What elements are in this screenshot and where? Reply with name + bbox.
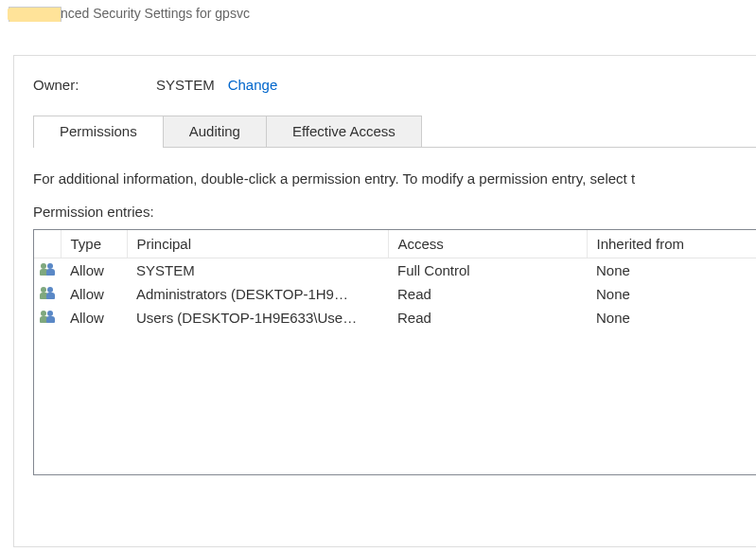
owner-value: SYSTEM	[156, 77, 215, 93]
window-title: Advanced Security Settings for gpsvc	[30, 6, 250, 21]
table-row[interactable]: AllowSYSTEMFull ControlNone	[34, 258, 756, 283]
cell-access: Full Control	[388, 258, 587, 283]
cell-type: Allow	[61, 258, 127, 283]
tabs: Permissions Auditing Effective Access	[33, 116, 756, 147]
main-panel: Owner: SYSTEM Change Permissions Auditin…	[13, 55, 756, 547]
table-row[interactable]: AllowUsers (DESKTOP-1H9E633\Use…ReadNone	[34, 306, 756, 329]
cell-principal: Users (DESKTOP-1H9E633\Use…	[127, 306, 388, 329]
users-group-icon	[34, 282, 61, 306]
users-group-icon	[34, 258, 61, 283]
tab-auditing[interactable]: Auditing	[163, 116, 267, 147]
column-header-type[interactable]: Type	[61, 230, 127, 258]
cell-type: Allow	[61, 282, 127, 306]
column-header-inherited[interactable]: Inherited from	[587, 230, 756, 258]
cell-access: Read	[388, 282, 587, 306]
column-header-access[interactable]: Access	[388, 230, 587, 258]
cell-inherited: None	[587, 282, 756, 306]
table-header-row: Type Principal Access Inherited from	[34, 230, 756, 258]
folder-icon	[8, 7, 23, 20]
cell-principal: SYSTEM	[127, 258, 388, 283]
column-header-icon[interactable]	[34, 230, 61, 258]
owner-label: Owner:	[33, 77, 156, 93]
entries-label: Permission entries:	[33, 204, 756, 220]
tab-permissions[interactable]: Permissions	[33, 116, 164, 148]
column-header-principal[interactable]: Principal	[127, 230, 388, 258]
users-group-icon	[34, 306, 61, 329]
cell-type: Allow	[61, 306, 127, 329]
owner-row: Owner: SYSTEM Change	[33, 77, 756, 93]
title-bar: Advanced Security Settings for gpsvc	[0, 0, 756, 27]
cell-access: Read	[388, 306, 587, 329]
cell-principal: Administrators (DESKTOP-1H9…	[127, 282, 388, 306]
info-text: For additional information, double-click…	[33, 170, 756, 187]
table-row[interactable]: AllowAdministrators (DESKTOP-1H9…ReadNon…	[34, 282, 756, 306]
cell-inherited: None	[587, 306, 756, 329]
change-owner-link[interactable]: Change	[228, 77, 278, 93]
permission-entries-list[interactable]: Type Principal Access Inherited from All…	[33, 229, 756, 475]
tab-effective-access[interactable]: Effective Access	[266, 116, 422, 147]
cell-inherited: None	[587, 258, 756, 283]
